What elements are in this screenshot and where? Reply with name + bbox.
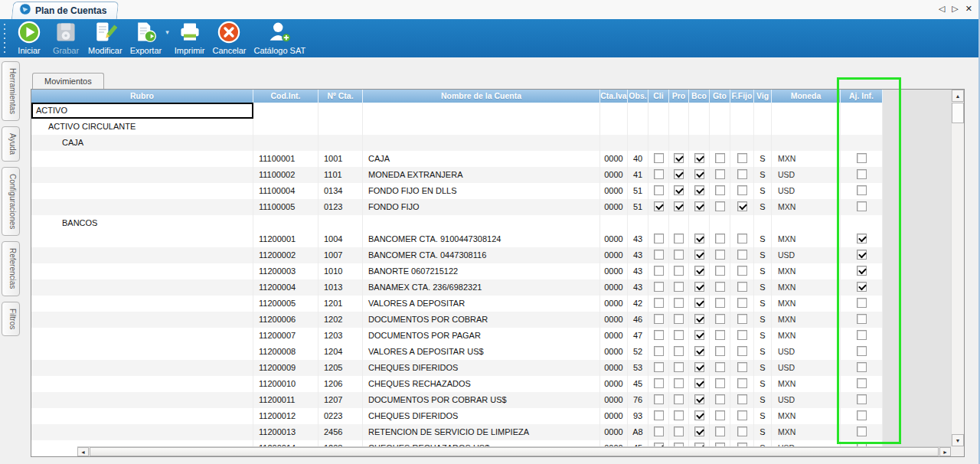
checkbox-cli[interactable] (654, 250, 664, 260)
sidebar-tab-configuraciones[interactable]: Configuraciones (2, 167, 20, 236)
checkbox-cli[interactable] (654, 330, 664, 340)
checkbox-aj-inf[interactable] (857, 410, 867, 420)
checkbox-pro[interactable] (674, 426, 684, 436)
checkbox-gto[interactable] (715, 185, 725, 195)
checkbox-gto[interactable] (715, 426, 725, 436)
table-row[interactable]: 112000051201VALORES A DEPOSITAR000042SMX… (31, 296, 883, 312)
table-row[interactable]: BANCOS (31, 215, 883, 231)
checkbox-bco[interactable] (694, 234, 704, 243)
checkbox-pro[interactable] (674, 234, 684, 243)
table-row[interactable]: 112000120223CHEQUES DIFERIDOS000093SMXN (31, 408, 883, 424)
checkbox-cli[interactable] (654, 282, 664, 292)
column-header-gto[interactable]: Gto (710, 90, 730, 103)
sidebar-tab-filtros[interactable]: Filtros (2, 302, 20, 336)
table-row[interactable]: 112000041013BANAMEX CTA. 236/69823210000… (31, 279, 883, 296)
checkbox-gto[interactable] (715, 266, 725, 276)
checkbox-pro[interactable] (674, 250, 684, 260)
checkbox-aj-inf[interactable] (857, 266, 867, 276)
scroll-right-icon[interactable]: ► (939, 447, 951, 456)
column-header-cli[interactable]: Cli (648, 90, 669, 103)
column-header-f-fijo[interactable]: F.Fijo (730, 90, 754, 103)
checkbox-bco[interactable] (694, 201, 704, 211)
checkbox-f-fijo[interactable] (737, 153, 747, 163)
checkbox-bco[interactable] (694, 314, 704, 324)
grabar-button[interactable]: Grabar (47, 18, 84, 55)
table-row[interactable]: ACTIVO CIRCULANTE (31, 119, 883, 135)
checkbox-pro[interactable] (674, 298, 684, 308)
checkbox-pro[interactable] (674, 185, 684, 195)
modificar-button[interactable]: Modificar (84, 18, 126, 55)
checkbox-cli[interactable] (654, 426, 664, 436)
checkbox-cli[interactable] (654, 298, 664, 308)
checkbox-f-fijo[interactable] (737, 185, 747, 195)
checkbox-cli[interactable] (654, 314, 664, 324)
imprimir-button[interactable]: Imprimir (171, 18, 209, 55)
column-header-obs[interactable]: Obs. (628, 90, 648, 103)
checkbox-gto[interactable] (715, 394, 725, 404)
table-row[interactable]: CAJA (31, 135, 883, 151)
column-header-aj-inf[interactable]: Aj. Inf. (841, 90, 883, 103)
table-row[interactable]: 112000011004BANCOMER CTA. 91004473081240… (31, 231, 883, 247)
checkbox-cli[interactable] (654, 378, 664, 388)
checkbox-f-fijo[interactable] (737, 330, 747, 340)
checkbox-cli[interactable] (654, 169, 664, 179)
horizontal-scroll-thumb[interactable] (90, 447, 939, 456)
checkbox-bco[interactable] (694, 153, 704, 163)
checkbox-f-fijo[interactable] (737, 394, 747, 404)
table-row[interactable]: 112000031010BANORTE 0607215122000043SMXN (31, 263, 883, 279)
table-row[interactable]: 111000040134FONDO FIJO EN DLLS000051SUSD (31, 183, 883, 199)
checkbox-cli[interactable] (654, 266, 664, 276)
checkbox-aj-inf[interactable] (857, 426, 867, 436)
checkbox-aj-inf[interactable] (857, 330, 867, 340)
vertical-scroll-thumb[interactable] (952, 103, 964, 123)
checkbox-cli[interactable] (654, 362, 664, 372)
checkbox-pro[interactable] (674, 394, 684, 404)
toolbar-grip-handle[interactable] (3, 22, 6, 54)
checkbox-bco[interactable] (694, 378, 704, 388)
horizontal-scrollbar[interactable]: ◄ ► (77, 446, 951, 456)
checkbox-bco[interactable] (694, 330, 704, 340)
checkbox-gto[interactable] (715, 282, 725, 292)
checkbox-bco[interactable] (694, 250, 704, 260)
checkbox-bco[interactable] (694, 266, 704, 276)
column-header-vig[interactable]: Vig (754, 90, 772, 103)
checkbox-f-fijo[interactable] (737, 234, 747, 243)
column-header-rubro[interactable]: Rubro (31, 90, 253, 103)
checkbox-pro[interactable] (674, 314, 684, 324)
checkbox-f-fijo[interactable] (737, 298, 747, 308)
checkbox-pro[interactable] (674, 330, 684, 340)
checkbox-pro[interactable] (674, 169, 684, 179)
table-row[interactable]: 112000021007BANCOMER CTA. 04473081160000… (31, 247, 883, 263)
checkbox-f-fijo[interactable] (737, 378, 747, 388)
checkbox-aj-inf[interactable] (857, 234, 867, 243)
checkbox-cli[interactable] (654, 153, 664, 163)
checkbox-cli[interactable] (654, 346, 664, 356)
tab-scroll-left-icon[interactable]: ◁ (939, 3, 945, 14)
checkbox-f-fijo[interactable] (737, 314, 747, 324)
sidebar-tab-herramientas[interactable]: Herramientas (2, 61, 20, 121)
table-row[interactable]: 112000101206CHEQUES RECHAZADOS000045SMXN (31, 376, 883, 392)
checkbox-aj-inf[interactable] (857, 378, 867, 388)
document-tab-plan-de-cuentas[interactable]: Plan de Cuentas (11, 2, 119, 19)
checkbox-bco[interactable] (694, 346, 704, 356)
checkbox-aj-inf[interactable] (857, 298, 867, 308)
table-row[interactable]: 112000061202DOCUMENTOS POR COBRAR000046S… (31, 312, 883, 328)
checkbox-f-fijo[interactable] (737, 410, 747, 420)
checkbox-pro[interactable] (674, 282, 684, 292)
checkbox-gto[interactable] (715, 410, 725, 420)
checkbox-f-fijo[interactable] (737, 282, 747, 292)
column-header-moneda[interactable]: Moneda (772, 90, 841, 103)
table-row[interactable]: 112000091205CHEQUES DIFERIDOS000053SUSD (31, 360, 883, 376)
checkbox-gto[interactable] (715, 298, 725, 308)
checkbox-aj-inf[interactable] (857, 282, 867, 292)
checkbox-aj-inf[interactable] (857, 250, 867, 260)
column-header-pro[interactable]: Pro (669, 90, 689, 103)
scroll-up-icon[interactable]: ▲ (952, 90, 964, 102)
checkbox-gto[interactable] (715, 169, 725, 179)
checkbox-aj-inf[interactable] (857, 346, 867, 356)
checkbox-pro[interactable] (674, 153, 684, 163)
checkbox-cli[interactable] (654, 410, 664, 420)
column-header-cta-iva[interactable]: Cta.Iva (600, 90, 628, 103)
tab-scroll-right-icon[interactable]: ▷ (952, 3, 958, 14)
exportar-button[interactable]: Exportar (126, 18, 166, 55)
